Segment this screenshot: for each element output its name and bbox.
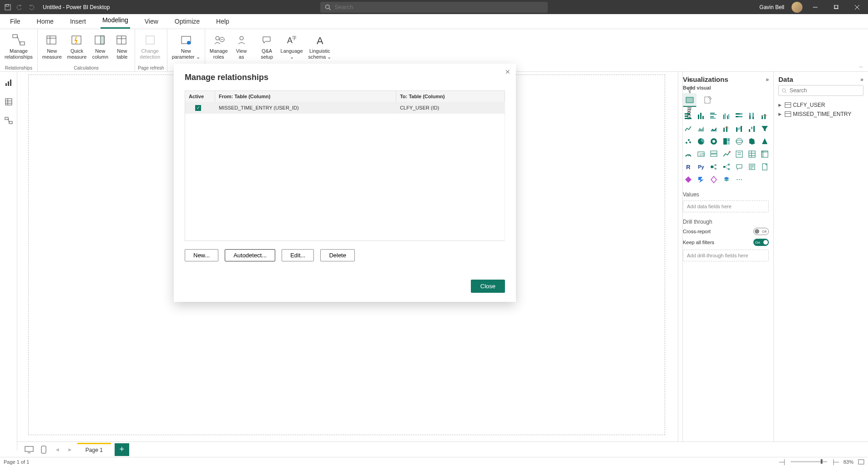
new-relationship-button[interactable]: New... (185, 249, 218, 261)
line-column-icon[interactable] (759, 110, 770, 121)
stacked-area-icon[interactable] (708, 123, 719, 134)
data-search[interactable] (778, 85, 863, 96)
collapse-data-icon[interactable]: » (860, 76, 863, 83)
slicer-icon[interactable] (734, 149, 745, 160)
pie-icon[interactable] (696, 136, 707, 147)
power-automate-icon[interactable] (696, 174, 707, 185)
more-visuals-icon[interactable]: ⋯ (734, 174, 745, 185)
save-icon[interactable] (4, 3, 12, 11)
stacked-bar-icon[interactable] (683, 110, 694, 121)
drill-through-field-well[interactable]: Add drill-through fields here (683, 250, 769, 261)
paginated-report-icon[interactable] (759, 161, 770, 172)
tab-file[interactable]: File (8, 15, 22, 29)
r-visual-icon[interactable]: R (683, 161, 694, 172)
scatter-icon[interactable] (683, 136, 694, 147)
smart-narrative-icon[interactable] (747, 161, 757, 172)
global-search-input[interactable] (334, 4, 543, 10)
stacked-column-icon[interactable] (696, 110, 707, 121)
custom-visual-2-icon[interactable] (721, 174, 732, 185)
language-button[interactable]: A字Language ⌄ (279, 32, 305, 61)
maximize-button[interactable] (828, 0, 844, 14)
page-tab-1[interactable]: Page 1 (77, 443, 111, 456)
close-dialog-button[interactable]: Close (471, 280, 505, 293)
clustered-column-icon[interactable] (721, 110, 732, 121)
report-view-button[interactable] (3, 77, 14, 88)
manage-relationships-button[interactable]: Manage relationships (3, 32, 35, 61)
data-search-input[interactable] (790, 87, 860, 94)
new-column-button[interactable]: New column (90, 32, 110, 61)
tab-view[interactable]: View (143, 15, 160, 29)
line-stacked-column-icon[interactable] (721, 123, 732, 134)
mobile-layout-icon[interactable] (37, 445, 50, 455)
python-visual-icon[interactable]: Py (696, 161, 707, 172)
new-table-button[interactable]: New table (112, 32, 132, 61)
tab-help[interactable]: Help (214, 15, 231, 29)
kpi-icon[interactable] (721, 149, 732, 160)
collapse-ribbon-icon[interactable]: ︿ (859, 63, 863, 70)
collapse-viz-icon[interactable]: » (766, 76, 769, 83)
autodetect-button[interactable]: Autodetect... (225, 249, 275, 261)
tab-modeling[interactable]: Modeling (101, 14, 130, 29)
area-chart-icon[interactable] (696, 123, 707, 134)
new-parameter-button[interactable]: New parameter ⌄ (170, 32, 202, 61)
col-header-active[interactable]: Active (185, 91, 215, 102)
model-view-button[interactable] (3, 115, 14, 126)
delete-relationship-button[interactable]: Delete (320, 249, 355, 261)
zoom-out-button[interactable]: ─┤ (779, 459, 787, 465)
quick-measure-button[interactable]: Quick measure (66, 32, 89, 61)
add-page-button[interactable]: + (115, 443, 129, 456)
stacked-column-100-icon[interactable] (747, 110, 757, 121)
data-table-clfy-user[interactable]: ▶ CLFY_USER (778, 100, 863, 110)
matrix-icon[interactable] (759, 149, 770, 160)
custom-visual-1-icon[interactable] (708, 174, 719, 185)
stacked-bar-100-icon[interactable] (734, 110, 745, 121)
key-influencers-icon[interactable] (708, 161, 719, 172)
manage-roles-button[interactable]: Manage roles (208, 32, 230, 61)
build-visual-tab[interactable] (683, 93, 696, 107)
azure-map-icon[interactable] (759, 136, 770, 147)
next-page-icon[interactable]: ► (65, 446, 76, 453)
ribbon-chart-icon[interactable] (734, 123, 745, 134)
tab-home[interactable]: Home (35, 15, 56, 29)
tab-insert[interactable]: Insert (68, 15, 88, 29)
new-measure-button[interactable]: New measure (40, 32, 64, 61)
data-view-button[interactable] (3, 96, 14, 107)
decomposition-icon[interactable] (721, 161, 732, 172)
dialog-close-button[interactable]: ✕ (505, 68, 510, 75)
data-table-missed-time-entry[interactable]: ▶ MISSED_TIME_ENTRY (778, 110, 863, 119)
clustered-bar-icon[interactable] (708, 110, 719, 121)
multi-row-card-icon[interactable] (708, 149, 719, 160)
table-visual-icon[interactable] (747, 149, 757, 160)
prev-page-icon[interactable]: ◄ (52, 446, 63, 453)
edit-relationship-button[interactable]: Edit... (282, 249, 314, 261)
cross-report-toggle[interactable]: Off (753, 228, 769, 235)
active-checkbox[interactable]: ✓ (195, 105, 201, 111)
qa-setup-button[interactable]: Q&A setup (257, 32, 277, 61)
funnel-icon[interactable] (759, 123, 770, 134)
undo-icon[interactable] (15, 3, 24, 11)
global-search[interactable] (320, 2, 548, 13)
keep-filters-toggle[interactable]: On (753, 239, 769, 246)
user-name[interactable]: Gavin Bell (759, 4, 784, 10)
qa-visual-icon[interactable] (734, 161, 745, 172)
col-header-to[interactable]: To: Table (Column) (396, 91, 505, 102)
desktop-layout-icon[interactable] (23, 445, 35, 455)
map-icon[interactable] (734, 136, 745, 147)
card-icon[interactable]: 123 (696, 149, 707, 160)
relationship-row[interactable]: ✓ MISSED_TIME_ENTRY (USER_ID) CLFY_USER … (185, 102, 505, 114)
close-button[interactable] (849, 0, 865, 14)
redo-icon[interactable] (27, 3, 35, 11)
user-avatar[interactable] (792, 2, 802, 13)
values-field-well[interactable]: Add data fields here (683, 200, 769, 212)
gauge-icon[interactable] (683, 149, 694, 160)
filled-map-icon[interactable] (747, 136, 757, 147)
power-apps-icon[interactable] (683, 174, 694, 185)
waterfall-icon[interactable] (747, 123, 757, 134)
fit-page-button[interactable] (858, 459, 864, 465)
zoom-slider[interactable] (791, 461, 827, 462)
zoom-in-button[interactable]: ├─ (832, 459, 839, 465)
tab-optimize[interactable]: Optimize (173, 15, 202, 29)
donut-icon[interactable] (708, 136, 719, 147)
col-header-from[interactable]: From: Table (Column) (215, 91, 396, 102)
treemap-icon[interactable] (721, 136, 732, 147)
